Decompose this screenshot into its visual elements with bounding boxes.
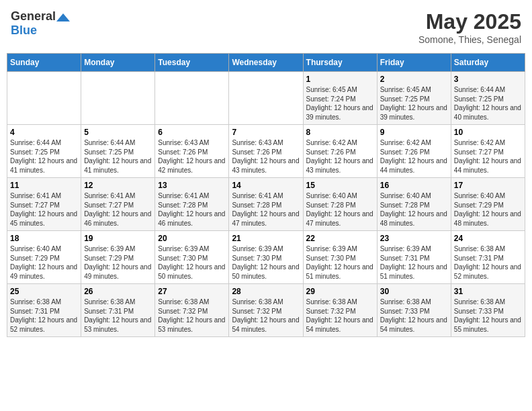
- day-info: Sunrise: 6:39 AM Sunset: 7:31 PM Dayligh…: [380, 244, 448, 281]
- day-cell: 17Sunrise: 6:40 AM Sunset: 7:29 PM Dayli…: [451, 178, 525, 231]
- day-number: 16: [380, 181, 448, 190]
- day-info: Sunrise: 6:40 AM Sunset: 7:29 PM Dayligh…: [10, 244, 78, 281]
- day-number: 14: [232, 181, 300, 190]
- day-number: 13: [158, 181, 226, 190]
- day-header-monday: Monday: [81, 54, 155, 72]
- day-header-wednesday: Wednesday: [229, 54, 303, 72]
- day-cell: 2Sunrise: 6:45 AM Sunset: 7:25 PM Daylig…: [377, 72, 451, 125]
- day-cell: 10Sunrise: 6:42 AM Sunset: 7:27 PM Dayli…: [451, 125, 525, 178]
- day-number: 4: [10, 128, 78, 137]
- logo: General Blue: [11, 9, 71, 38]
- day-cell: 18Sunrise: 6:40 AM Sunset: 7:29 PM Dayli…: [7, 231, 81, 284]
- day-number: 9: [380, 128, 448, 137]
- day-header-saturday: Saturday: [451, 54, 525, 72]
- day-cell: 25Sunrise: 6:38 AM Sunset: 7:31 PM Dayli…: [7, 284, 81, 337]
- day-info: Sunrise: 6:45 AM Sunset: 7:25 PM Dayligh…: [380, 85, 448, 122]
- day-cell: 16Sunrise: 6:40 AM Sunset: 7:28 PM Dayli…: [377, 178, 451, 231]
- day-info: Sunrise: 6:43 AM Sunset: 7:26 PM Dayligh…: [158, 138, 226, 175]
- day-info: Sunrise: 6:38 AM Sunset: 7:32 PM Dayligh…: [306, 298, 374, 334]
- day-info: Sunrise: 6:44 AM Sunset: 7:25 PM Dayligh…: [84, 138, 152, 175]
- day-header-tuesday: Tuesday: [155, 54, 229, 72]
- day-cell: 13Sunrise: 6:41 AM Sunset: 7:28 PM Dayli…: [155, 178, 229, 231]
- day-cell: 29Sunrise: 6:38 AM Sunset: 7:32 PM Dayli…: [303, 284, 377, 337]
- day-cell: 11Sunrise: 6:41 AM Sunset: 7:27 PM Dayli…: [7, 178, 81, 231]
- day-header-sunday: Sunday: [7, 54, 81, 72]
- day-cell: 27Sunrise: 6:38 AM Sunset: 7:32 PM Dayli…: [155, 284, 229, 337]
- day-number: 21: [232, 234, 300, 243]
- day-info: Sunrise: 6:40 AM Sunset: 7:29 PM Dayligh…: [454, 191, 522, 228]
- day-cell: 31Sunrise: 6:38 AM Sunset: 7:33 PM Dayli…: [451, 284, 525, 337]
- day-number: 26: [84, 287, 152, 296]
- day-cell: 30Sunrise: 6:38 AM Sunset: 7:33 PM Dayli…: [377, 284, 451, 337]
- day-info: Sunrise: 6:44 AM Sunset: 7:25 PM Dayligh…: [454, 85, 522, 122]
- day-cell: 14Sunrise: 6:41 AM Sunset: 7:28 PM Dayli…: [229, 178, 303, 231]
- day-number: 11: [10, 181, 78, 190]
- day-info: Sunrise: 6:41 AM Sunset: 7:28 PM Dayligh…: [158, 191, 226, 228]
- day-cell: 21Sunrise: 6:39 AM Sunset: 7:30 PM Dayli…: [229, 231, 303, 284]
- day-info: Sunrise: 6:40 AM Sunset: 7:28 PM Dayligh…: [306, 191, 374, 228]
- day-number: 30: [380, 287, 448, 296]
- day-number: 10: [454, 128, 522, 137]
- day-cell: 15Sunrise: 6:40 AM Sunset: 7:28 PM Dayli…: [303, 178, 377, 231]
- week-row-4: 18Sunrise: 6:40 AM Sunset: 7:29 PM Dayli…: [7, 231, 525, 284]
- day-info: Sunrise: 6:40 AM Sunset: 7:28 PM Dayligh…: [380, 191, 448, 228]
- day-info: Sunrise: 6:38 AM Sunset: 7:31 PM Dayligh…: [10, 298, 78, 334]
- day-number: 7: [232, 128, 300, 137]
- day-number: 27: [158, 287, 226, 296]
- day-cell: 8Sunrise: 6:42 AM Sunset: 7:26 PM Daylig…: [303, 125, 377, 178]
- day-info: Sunrise: 6:39 AM Sunset: 7:30 PM Dayligh…: [232, 244, 300, 281]
- day-number: 25: [10, 287, 78, 296]
- day-cell: 7Sunrise: 6:43 AM Sunset: 7:26 PM Daylig…: [229, 125, 303, 178]
- day-cell: 4Sunrise: 6:44 AM Sunset: 7:25 PM Daylig…: [7, 125, 81, 178]
- day-info: Sunrise: 6:41 AM Sunset: 7:27 PM Dayligh…: [84, 191, 152, 228]
- day-number: 19: [84, 234, 152, 243]
- day-info: Sunrise: 6:42 AM Sunset: 7:26 PM Dayligh…: [380, 138, 448, 175]
- day-info: Sunrise: 6:42 AM Sunset: 7:26 PM Dayligh…: [306, 138, 374, 175]
- day-info: Sunrise: 6:38 AM Sunset: 7:33 PM Dayligh…: [454, 298, 522, 334]
- month-title: May 2025: [418, 9, 521, 34]
- day-number: 1: [306, 75, 374, 84]
- day-cell: [229, 72, 303, 125]
- day-info: Sunrise: 6:39 AM Sunset: 7:30 PM Dayligh…: [158, 244, 226, 281]
- day-number: 12: [84, 181, 152, 190]
- day-cell: 12Sunrise: 6:41 AM Sunset: 7:27 PM Dayli…: [81, 178, 155, 231]
- week-row-1: 1Sunrise: 6:45 AM Sunset: 7:24 PM Daylig…: [7, 72, 525, 125]
- calendar-table: SundayMondayTuesdayWednesdayThursdayFrid…: [7, 53, 525, 337]
- day-number: 20: [158, 234, 226, 243]
- day-cell: 22Sunrise: 6:39 AM Sunset: 7:30 PM Dayli…: [303, 231, 377, 284]
- day-cell: 28Sunrise: 6:38 AM Sunset: 7:32 PM Dayli…: [229, 284, 303, 337]
- logo-icon: [56, 13, 70, 21]
- header: General Blue May 2025 Somone, Thies, Sen…: [7, 7, 525, 48]
- day-cell: [155, 72, 229, 125]
- day-cell: [7, 72, 81, 125]
- week-row-3: 11Sunrise: 6:41 AM Sunset: 7:27 PM Dayli…: [7, 178, 525, 231]
- day-number: 3: [454, 75, 522, 84]
- day-info: Sunrise: 6:45 AM Sunset: 7:24 PM Dayligh…: [306, 85, 374, 122]
- day-cell: 3Sunrise: 6:44 AM Sunset: 7:25 PM Daylig…: [451, 72, 525, 125]
- day-cell: 20Sunrise: 6:39 AM Sunset: 7:30 PM Dayli…: [155, 231, 229, 284]
- day-info: Sunrise: 6:38 AM Sunset: 7:32 PM Dayligh…: [232, 298, 300, 334]
- day-info: Sunrise: 6:41 AM Sunset: 7:28 PM Dayligh…: [232, 191, 300, 228]
- day-info: Sunrise: 6:38 AM Sunset: 7:32 PM Dayligh…: [158, 298, 226, 334]
- day-cell: 5Sunrise: 6:44 AM Sunset: 7:25 PM Daylig…: [81, 125, 155, 178]
- day-cell: 23Sunrise: 6:39 AM Sunset: 7:31 PM Dayli…: [377, 231, 451, 284]
- day-number: 22: [306, 234, 374, 243]
- day-info: Sunrise: 6:43 AM Sunset: 7:26 PM Dayligh…: [232, 138, 300, 175]
- day-cell: 26Sunrise: 6:38 AM Sunset: 7:31 PM Dayli…: [81, 284, 155, 337]
- day-number: 8: [306, 128, 374, 137]
- day-number: 6: [158, 128, 226, 137]
- title-area: May 2025 Somone, Thies, Senegal: [418, 9, 521, 45]
- day-number: 17: [454, 181, 522, 190]
- day-number: 18: [10, 234, 78, 243]
- day-number: 24: [454, 234, 522, 243]
- day-cell: 24Sunrise: 6:38 AM Sunset: 7:31 PM Dayli…: [451, 231, 525, 284]
- day-number: 29: [306, 287, 374, 296]
- day-header-thursday: Thursday: [303, 54, 377, 72]
- day-info: Sunrise: 6:41 AM Sunset: 7:27 PM Dayligh…: [10, 191, 78, 228]
- day-info: Sunrise: 6:44 AM Sunset: 7:25 PM Dayligh…: [10, 138, 78, 175]
- day-number: 15: [306, 181, 374, 190]
- day-number: 5: [84, 128, 152, 137]
- day-number: 23: [380, 234, 448, 243]
- day-header-friday: Friday: [377, 54, 451, 72]
- day-number: 31: [454, 287, 522, 296]
